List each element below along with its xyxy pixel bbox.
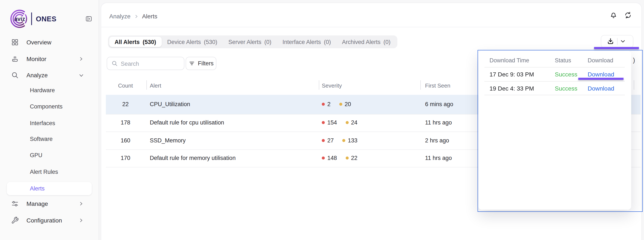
sidebar-item-monitor[interactable]: Monitor bbox=[7, 53, 95, 65]
sidebar-item-label: GPU bbox=[30, 152, 42, 158]
notifications-button[interactable] bbox=[610, 11, 618, 19]
tab-interface-alerts[interactable]: Interface Alerts(0) bbox=[277, 37, 336, 47]
filters-button[interactable]: Filters bbox=[186, 57, 216, 70]
tab-count: (530) bbox=[204, 39, 217, 45]
column-header-first-seen: First Seen bbox=[425, 82, 450, 89]
cell-first-seen: 11 hrs ago bbox=[425, 120, 452, 126]
critical-dot bbox=[322, 121, 325, 124]
tab-count: (0) bbox=[384, 39, 390, 45]
panel-column-download: Download bbox=[588, 57, 613, 63]
cell-count: 22 bbox=[108, 101, 142, 108]
cell-severity: 2 20 bbox=[322, 101, 351, 108]
sidebar-item-interfaces[interactable]: Interfaces bbox=[7, 117, 95, 129]
chevron-right-icon bbox=[79, 218, 83, 222]
status-success: Success bbox=[555, 85, 578, 92]
tab-label: All Alerts bbox=[114, 39, 140, 45]
breadcrumb-section[interactable]: Analyze bbox=[109, 13, 130, 20]
warning-dot bbox=[339, 103, 342, 106]
chevron-right-icon bbox=[134, 14, 138, 18]
product-name: ONES bbox=[36, 15, 56, 23]
download-split-button[interactable] bbox=[601, 35, 633, 48]
cell-count: 170 bbox=[108, 155, 142, 161]
column-separator bbox=[634, 80, 634, 90]
column-separator bbox=[319, 80, 319, 90]
tab-label: Interface Alerts bbox=[282, 39, 321, 45]
aviz-logo-icon: aviz bbox=[10, 9, 30, 29]
panel-divider bbox=[484, 95, 625, 95]
search-icon bbox=[11, 71, 19, 79]
sidebar-item-configuration[interactable]: Configuration bbox=[7, 214, 95, 226]
sidebar-item-gpu[interactable]: GPU bbox=[7, 149, 95, 161]
warning-count: 133 bbox=[348, 137, 358, 144]
search-input[interactable] bbox=[120, 57, 183, 70]
critical-count: 154 bbox=[327, 120, 337, 126]
sidebar-item-label: Overview bbox=[26, 39, 52, 46]
sidebar-item-label: Interfaces bbox=[30, 120, 55, 126]
download-link[interactable]: Download bbox=[588, 85, 614, 92]
sidebar-item-analyze[interactable]: Analyze bbox=[7, 69, 95, 81]
cell-count: 178 bbox=[108, 120, 142, 126]
sidebar-item-alert-rules[interactable]: Alert Rules bbox=[7, 166, 95, 178]
refresh-button[interactable] bbox=[624, 11, 632, 19]
sidebar-item-components[interactable]: Components bbox=[7, 101, 95, 113]
occluded-text-fragment: ) bbox=[633, 56, 635, 64]
panel-divider bbox=[484, 67, 625, 67]
breadcrumb-current: Alerts bbox=[142, 13, 158, 20]
tab-count: (0) bbox=[324, 39, 331, 45]
cell-alert: Default rule for memory utilisation bbox=[150, 155, 236, 161]
tab-all-alerts[interactable]: All Alerts(530) bbox=[109, 37, 162, 47]
brand-divider bbox=[31, 12, 32, 25]
chevron-down-icon bbox=[79, 73, 84, 78]
router-icon bbox=[11, 55, 19, 63]
tab-device-alerts[interactable]: Device Alerts(530) bbox=[162, 37, 223, 47]
cell-first-seen: 2 hrs ago bbox=[425, 137, 449, 144]
sliders-icon bbox=[11, 200, 19, 207]
sidebar-item-alerts[interactable]: Alerts bbox=[7, 182, 95, 194]
sidebar-item-overview[interactable]: Overview bbox=[7, 36, 95, 48]
critical-count: 2 bbox=[327, 101, 330, 108]
app-root: aviz ONES Overview bbox=[0, 0, 644, 240]
column-separator bbox=[146, 80, 147, 90]
tab-count: (0) bbox=[264, 39, 272, 45]
cell-alert: CPU_Utilization bbox=[150, 101, 190, 108]
cell-severity: 148 22 bbox=[322, 155, 358, 161]
sidebar-item-manage[interactable]: Manage bbox=[7, 198, 95, 210]
filter-icon bbox=[188, 60, 195, 67]
sidebar-item-label: Alerts bbox=[30, 185, 44, 192]
search-box bbox=[107, 57, 184, 70]
warning-count: 22 bbox=[351, 155, 358, 161]
panel-divider bbox=[484, 81, 625, 82]
sidebar: aviz ONES Overview bbox=[0, 0, 99, 240]
sidebar-item-hardware[interactable]: Hardware bbox=[7, 84, 95, 96]
tab-server-alerts[interactable]: Server Alerts(0) bbox=[223, 37, 277, 47]
warning-dot bbox=[346, 121, 348, 124]
sidebar-collapse-button[interactable] bbox=[85, 15, 92, 22]
cell-first-seen: 6 mins ago bbox=[425, 101, 453, 108]
download-history-panel: Download Time Status Download 17 Dec 9: … bbox=[478, 51, 631, 210]
download-link[interactable]: Download bbox=[588, 71, 614, 78]
critical-dot bbox=[322, 157, 325, 160]
warning-dot bbox=[342, 139, 345, 142]
sidebar-item-alerts-active[interactable]: Alerts bbox=[7, 182, 92, 195]
critical-count: 148 bbox=[327, 155, 337, 161]
cell-first-seen: 11 hrs ago bbox=[425, 155, 452, 161]
svg-text:aviz: aviz bbox=[14, 16, 25, 22]
warning-count: 24 bbox=[351, 120, 358, 126]
cell-severity: 154 24 bbox=[322, 120, 358, 126]
tab-archived-alerts[interactable]: Archived Alerts(0) bbox=[336, 37, 396, 47]
sidebar-item-label: Hardware bbox=[30, 87, 55, 94]
download-time: 19 Dec 4: 33 PM bbox=[490, 85, 534, 92]
cell-alert: Default rule for cpu utilisation bbox=[150, 120, 224, 126]
warning-dot bbox=[346, 157, 348, 160]
download-progress-bar bbox=[594, 47, 639, 49]
status-success: Success bbox=[555, 71, 578, 78]
chevron-down-icon[interactable] bbox=[620, 39, 626, 44]
sidebar-item-label: Components bbox=[30, 103, 62, 110]
warning-count: 20 bbox=[344, 101, 351, 108]
wrench-icon bbox=[11, 216, 19, 224]
column-header-alert: Alert bbox=[150, 82, 161, 89]
sidebar-item-software[interactable]: Software bbox=[7, 133, 95, 145]
tab-label: Server Alerts bbox=[228, 39, 262, 45]
header-divider bbox=[101, 27, 640, 27]
sidebar-item-label: Analyze bbox=[26, 72, 48, 78]
